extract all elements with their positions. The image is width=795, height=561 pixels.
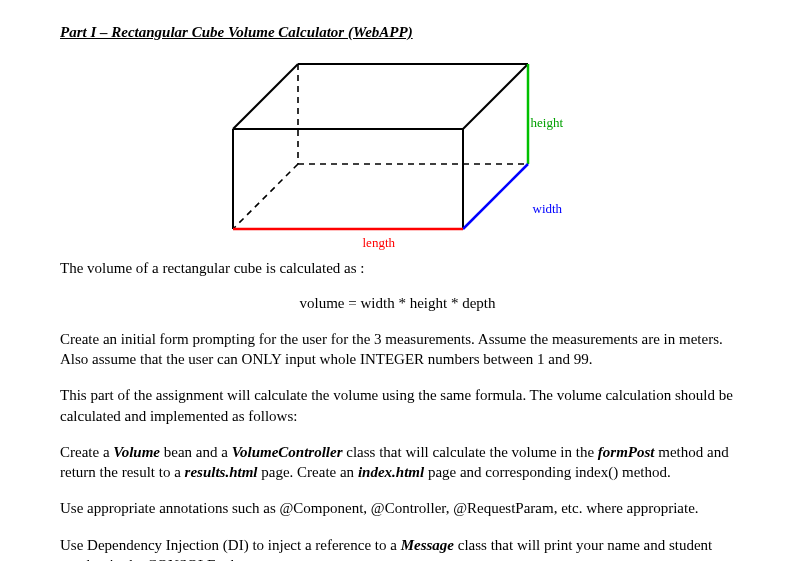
volume-bean: Volume [113,444,160,460]
p3-text: bean and a [160,444,232,460]
volume-controller: VolumeController [232,444,343,460]
message-class: Message [401,537,454,553]
svg-line-10 [463,164,528,229]
intro-text: The volume of a rectangular cube is calc… [60,258,735,278]
index-html: index.html [358,464,424,480]
svg-line-5 [463,64,528,129]
paragraph-3: Create a Volume bean and a VolumeControl… [60,442,735,483]
p5-text: Use Dependency Injection (DI) to inject … [60,537,401,553]
paragraph-1: Create an initial form prompting for the… [60,329,735,370]
width-label: width [533,200,563,218]
p3-text: Create a [60,444,113,460]
cuboid-diagram: height width length [203,54,593,254]
results-html: results.html [185,464,258,480]
paragraph-2: This part of the assignment will calcula… [60,385,735,426]
page-title: Part I – Rectangular Cube Volume Calcula… [60,22,735,42]
diagram-container: height width length [60,54,735,254]
length-label: length [363,234,396,252]
p3-text: class that will calculate the volume in … [343,444,598,460]
formula-text: volume = width * height * depth [60,293,735,313]
p3-text: page. Create an [258,464,358,480]
p3-text: page and corresponding index() method. [424,464,671,480]
paragraph-5: Use Dependency Injection (DI) to inject … [60,535,735,562]
form-post: formPost [598,444,655,460]
cuboid-svg [203,54,593,254]
height-label: height [531,114,564,132]
paragraph-4: Use appropriate annotations such as @Com… [60,498,735,518]
svg-line-2 [233,164,298,229]
svg-line-3 [233,64,298,129]
